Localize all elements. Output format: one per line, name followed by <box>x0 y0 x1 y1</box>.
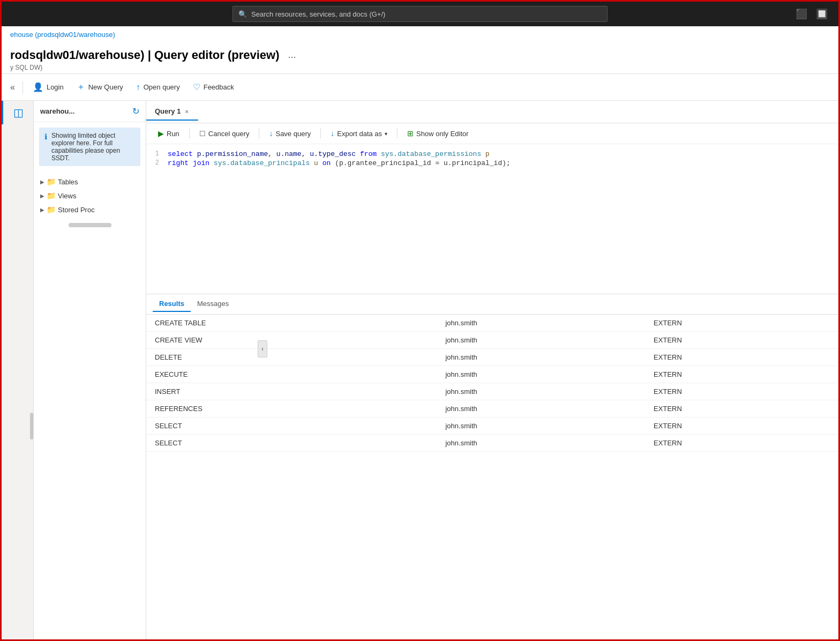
query-tab-label: Query 1 <box>155 107 181 115</box>
table-cell: john.smith <box>437 418 645 435</box>
sql-code-line-2: right join sys.database_principals u on … <box>168 159 511 167</box>
top-search-bar: 🔍 Search resources, services, and docs (… <box>2 2 838 26</box>
tree-item-label-views: Views <box>58 192 76 200</box>
table-row: DELETEjohn.smithEXTERN <box>146 349 838 366</box>
object-explorer-sidebar: warehou... ↻ ℹ Showing limited object ex… <box>34 101 146 641</box>
main-content: ◫ warehou... ↻ ℹ Showing limited object … <box>2 101 838 641</box>
table-cell: EXTERN <box>645 383 838 400</box>
collapse-sidebar-button[interactable]: « <box>7 79 18 95</box>
page-header: rodsqldw01/warehouse) | Query editor (pr… <box>2 43 838 74</box>
query-tab-1[interactable]: Query 1 × <box>146 103 198 121</box>
login-button[interactable]: 👤 Login <box>27 79 69 95</box>
table-row: EXECUTEjohn.smithEXTERN <box>146 366 838 383</box>
table-cell: EXTERN <box>645 418 838 435</box>
table-cell: EXTERN <box>645 349 838 366</box>
horizontal-scrollbar[interactable] <box>69 223 111 227</box>
sql-code-line-1: select p.permission_name, u.name, u.type… <box>168 150 490 158</box>
more-options-button[interactable]: ... <box>286 47 298 63</box>
table-cell: EXTERN <box>645 332 838 349</box>
editor-toolbar-divider-2 <box>259 128 259 139</box>
results-table-body: CREATE TABLEjohn.smithEXTERNCREATE VIEWj… <box>146 315 838 452</box>
tree-item-stored-procs[interactable]: ▶ 📁 Stored Proc <box>34 203 146 217</box>
save-icon: ↓ <box>269 129 273 138</box>
terminal-icon[interactable]: ⬛ <box>796 8 807 20</box>
search-box[interactable]: 🔍 Search resources, services, and docs (… <box>232 6 608 22</box>
results-tab-messages[interactable]: Messages <box>191 296 235 312</box>
table-cell: REFERENCES <box>146 400 437 418</box>
main-toolbar: « 👤 Login ＋ New Query ↑ Open query ♡ Fee… <box>2 74 838 101</box>
tree-item-tables[interactable]: ▶ 📁 Tables <box>34 175 146 189</box>
new-query-button[interactable]: ＋ New Query <box>71 78 129 96</box>
table-row: INSERTjohn.smithEXTERN <box>146 383 838 400</box>
editor-toolbar-divider-4 <box>397 128 398 139</box>
open-query-button[interactable]: ↑ Open query <box>131 79 185 95</box>
sql-line-2: 2 right join sys.database_principals u o… <box>146 159 838 168</box>
folder-icon-procs: 📁 <box>47 205 56 214</box>
folder-icon-tables: 📁 <box>47 177 56 186</box>
breadcrumb[interactable]: ehouse (prodsqldw01/warehouse) <box>2 26 838 43</box>
line-number-2: 2 <box>146 159 168 167</box>
collapse-panel-button[interactable]: ‹ <box>258 340 267 357</box>
results-tabs: Results Messages <box>146 294 838 315</box>
info-box: ℹ Showing limited object explorer here. … <box>39 128 140 166</box>
tree-item-views[interactable]: ▶ 📁 Views <box>34 189 146 203</box>
cancel-query-button[interactable]: ☐ Cancel query <box>194 127 255 140</box>
folder-icon-views: 📁 <box>47 191 56 200</box>
sidebar-header: warehou... ↻ <box>34 101 146 122</box>
table-cell: CREATE VIEW <box>146 332 437 349</box>
results-tab-results[interactable]: Results <box>153 296 191 312</box>
show-only-editor-button[interactable]: ⊞ Show only Editor <box>402 126 474 140</box>
tree-item-label-tables: Tables <box>58 178 78 186</box>
left-nav: ◫ <box>2 101 34 641</box>
settings-icon[interactable]: 🔲 <box>816 8 828 20</box>
page-title: rodsqldw01/warehouse) | Query editor (pr… <box>10 48 280 62</box>
nav-item-explorer[interactable]: ◫ <box>2 101 33 124</box>
export-icon: ↓ <box>331 129 334 138</box>
export-data-button[interactable]: ↓ Export data as ▾ <box>325 126 393 140</box>
expand-arrow-views: ▶ <box>40 193 44 199</box>
tree-items: ▶ 📁 Tables ▶ 📁 Views ▶ 📁 Stored Proc <box>34 172 146 220</box>
top-bar-icons: ⬛ 🔲 <box>796 8 828 20</box>
table-cell: john.smith <box>437 332 645 349</box>
table-cell: EXTERN <box>645 315 838 332</box>
explorer-icon: ◫ <box>13 106 24 119</box>
table-row: SELECTjohn.smithEXTERN <box>146 435 838 452</box>
table-cell: DELETE <box>146 349 437 366</box>
table-cell: EXTERN <box>645 435 838 452</box>
sql-line-1: 1 select p.permission_name, u.name, u.ty… <box>146 150 838 159</box>
grid-icon: ⊞ <box>407 129 414 138</box>
v-scroll-area <box>30 101 33 641</box>
v-scrollbar-thumb[interactable] <box>30 413 33 439</box>
results-area: Results Messages CREATE TABLEjohn.smithE… <box>146 294 838 519</box>
feedback-icon: ♡ <box>193 82 200 92</box>
toolbar-divider-1 <box>22 81 23 94</box>
table-cell: john.smith <box>437 435 645 452</box>
table-row: CREATE TABLEjohn.smithEXTERN <box>146 315 838 332</box>
table-row: REFERENCESjohn.smithEXTERN <box>146 400 838 418</box>
refresh-icon[interactable]: ↻ <box>132 106 139 116</box>
table-cell: john.smith <box>437 383 645 400</box>
sidebar-title: warehou... <box>40 107 74 115</box>
open-query-icon: ↑ <box>136 83 140 92</box>
table-cell: john.smith <box>437 315 645 332</box>
table-cell: EXECUTE <box>146 366 437 383</box>
tab-close-button[interactable]: × <box>184 108 189 115</box>
table-cell: john.smith <box>437 349 645 366</box>
save-query-button[interactable]: ↓ Save query <box>264 126 316 140</box>
table-cell: EXTERN <box>645 400 838 418</box>
table-cell: INSERT <box>146 383 437 400</box>
run-button[interactable]: ▶ Run <box>153 126 185 140</box>
sql-editor[interactable]: 1 select p.permission_name, u.name, u.ty… <box>146 144 838 294</box>
query-tabs: Query 1 × <box>146 101 838 123</box>
editor-toolbar: ▶ Run ☐ Cancel query ↓ Save query ↓ Expo… <box>146 123 838 144</box>
editor-toolbar-divider-1 <box>189 128 190 139</box>
run-icon: ▶ <box>158 129 164 138</box>
line-number-1: 1 <box>146 150 168 158</box>
export-dropdown-icon: ▾ <box>385 131 387 137</box>
table-cell: SELECT <box>146 418 437 435</box>
new-query-icon: ＋ <box>77 81 85 93</box>
expand-arrow-tables: ▶ <box>40 179 44 185</box>
table-row: SELECTjohn.smithEXTERN <box>146 418 838 435</box>
feedback-button[interactable]: ♡ Feedback <box>188 79 239 95</box>
results-table-container[interactable]: CREATE TABLEjohn.smithEXTERNCREATE VIEWj… <box>146 315 838 519</box>
